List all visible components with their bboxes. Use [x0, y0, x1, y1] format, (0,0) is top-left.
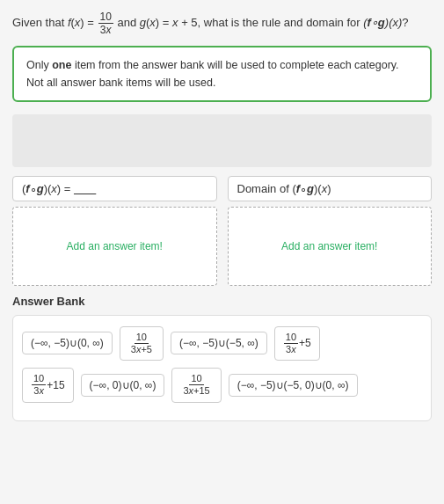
rule-placeholder: Add an answer item!: [67, 240, 163, 252]
empty-area: [12, 114, 432, 167]
info-line1: Only one item from the answer bank will …: [26, 59, 399, 71]
info-box: Only one item from the answer bank will …: [12, 46, 432, 102]
domain-label: Domain of (f∘g)(x): [228, 176, 433, 201]
g-def: g(x) = x + 5: [140, 16, 198, 29]
rule-label: (f∘g)(x) =: [12, 176, 217, 201]
drop-column-rule: (f∘g)(x) = Add an answer item!: [12, 176, 217, 286]
drop-column-domain: Domain of (f∘g)(x) Add an answer item!: [228, 176, 433, 286]
domain-placeholder: Add an answer item!: [281, 240, 377, 252]
fog-query: (f∘g)(x): [363, 16, 402, 29]
drop-area-row: (f∘g)(x) = Add an answer item! Domain of…: [12, 176, 432, 286]
chip-1[interactable]: (−∞, −5)∪(0, ∞): [22, 332, 113, 354]
domain-drop-zone[interactable]: Add an answer item!: [228, 207, 433, 286]
answer-bank-row-2: 103x +15 (−∞, 0)∪(0, ∞) 103x+15 (−∞, −5)…: [22, 368, 422, 402]
f-def: f(x) = 103x: [68, 16, 114, 29]
answer-bank-title: Answer Bank: [12, 295, 432, 308]
chip-2[interactable]: 103x+5: [120, 326, 164, 361]
chip-6[interactable]: (−∞, 0)∪(0, ∞): [81, 374, 165, 397]
answer-bank-box: (−∞, −5)∪(0, ∞) 103x+5 (−∞, −5)∪(−5, ∞) …: [12, 315, 432, 421]
chip-5[interactable]: 103x +15: [22, 368, 74, 402]
chip-8[interactable]: (−∞, −5)∪(−5, 0)∪(0, ∞): [229, 374, 358, 397]
chip-4[interactable]: 103x +5: [274, 326, 320, 361]
domain-fog: (f∘g)(x): [292, 182, 331, 195]
chip-3[interactable]: (−∞, −5)∪(−5, ∞): [171, 332, 267, 354]
info-line2: Not all answer bank items will be used.: [26, 77, 215, 89]
rule-drop-zone[interactable]: Add an answer item!: [12, 207, 217, 286]
question-text: Given that f(x) = 103x and g(x) = x + 5,…: [12, 11, 432, 37]
page: Given that f(x) = 103x and g(x) = x + 5,…: [0, 0, 444, 432]
chip-7[interactable]: 103x+15: [171, 368, 221, 402]
one-label: one: [52, 59, 71, 71]
answer-bank-row-1: (−∞, −5)∪(0, ∞) 103x+5 (−∞, −5)∪(−5, ∞) …: [22, 326, 422, 361]
answer-bank-section: Answer Bank (−∞, −5)∪(0, ∞) 103x+5 (−∞, …: [12, 295, 432, 421]
